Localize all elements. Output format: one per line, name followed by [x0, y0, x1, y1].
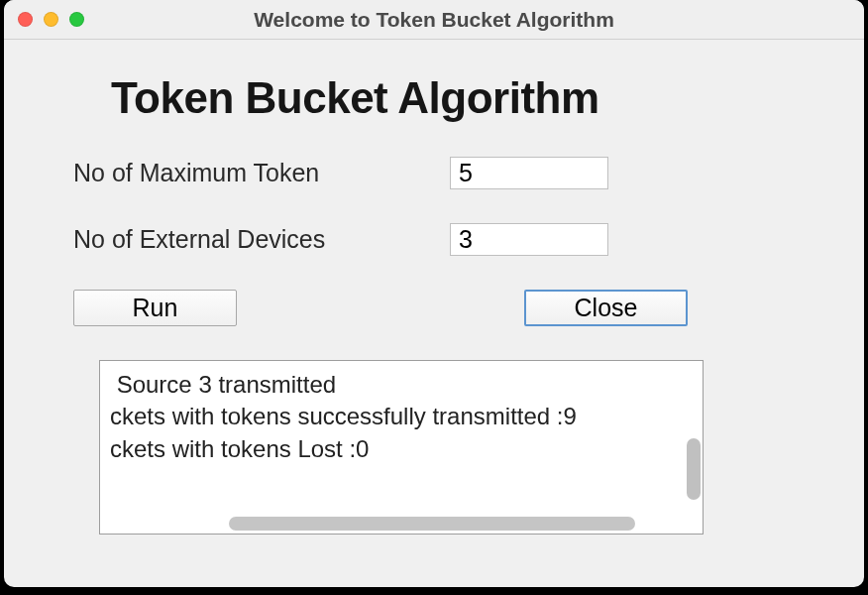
zoom-window-icon[interactable] [69, 12, 84, 27]
horizontal-scrollbar[interactable] [229, 517, 635, 531]
button-row: Run Close [73, 290, 805, 326]
titlebar: Welcome to Token Bucket Algorithm [4, 0, 864, 40]
run-button[interactable]: Run [73, 290, 237, 326]
vertical-scrollbar[interactable] [687, 438, 701, 500]
external-devices-input[interactable] [450, 223, 608, 256]
window-title: Welcome to Token Bucket Algorithm [4, 8, 864, 32]
window-content: Token Bucket Algorithm No of Maximum Tok… [4, 40, 864, 587]
app-window: Welcome to Token Bucket Algorithm Token … [4, 0, 864, 587]
close-window-icon[interactable] [18, 12, 33, 27]
external-devices-row: No of External Devices [73, 223, 805, 256]
window-controls [18, 12, 84, 27]
page-title: Token Bucket Algorithm [111, 73, 805, 123]
output-text[interactable]: Source 3 transmitted ckets with tokens s… [100, 361, 703, 514]
max-token-label: No of Maximum Token [73, 159, 450, 187]
close-button[interactable]: Close [524, 290, 688, 326]
output-panel: Source 3 transmitted ckets with tokens s… [99, 360, 704, 535]
max-token-input[interactable] [450, 157, 608, 189]
minimize-window-icon[interactable] [44, 12, 58, 27]
max-token-row: No of Maximum Token [73, 157, 805, 189]
external-devices-label: No of External Devices [73, 225, 450, 254]
